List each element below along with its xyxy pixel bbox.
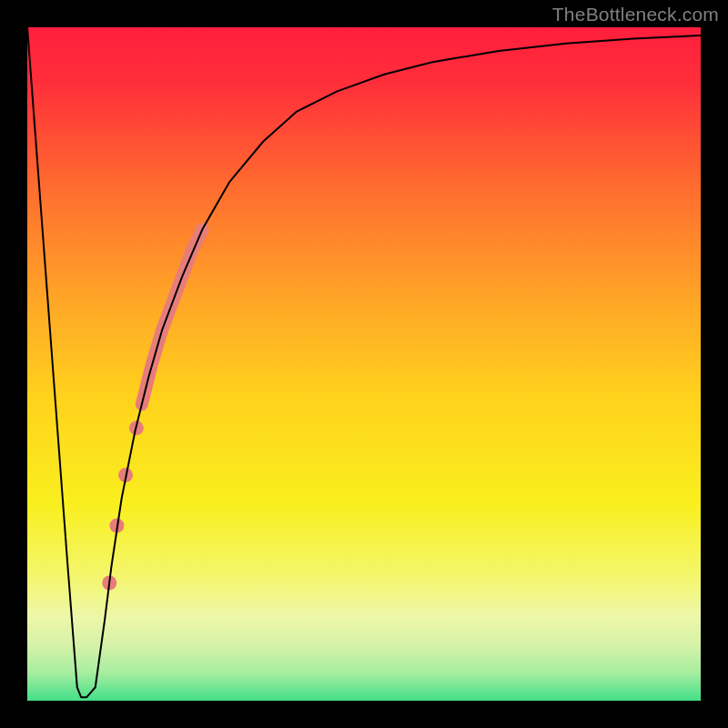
gradient-background — [14, 14, 714, 714]
bottleneck-chart — [0, 0, 728, 728]
watermark-text: TheBottleneck.com — [552, 4, 719, 25]
chart-container: TheBottleneck.com — [0, 0, 728, 728]
